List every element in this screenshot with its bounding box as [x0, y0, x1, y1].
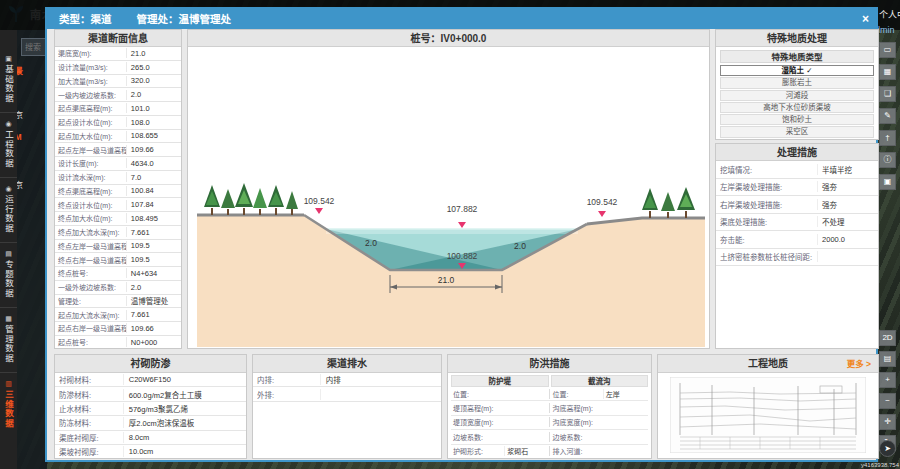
- row-value: 7.661: [127, 228, 181, 237]
- nav-item-label: 管理数据: [3, 325, 15, 363]
- table-row: 止水材料: 576g/m3聚氯乙烯: [55, 402, 246, 416]
- table-row: 起点右岸一级马道高程(m): 109.66: [55, 322, 181, 336]
- sidebar-nav-item[interactable]: ▤ 专题数据: [0, 242, 17, 307]
- dike-row-label: 堤顶宽度(m):: [451, 417, 504, 427]
- geology-type-option[interactable]: 河滩段 ✓: [720, 90, 874, 101]
- map-control-button[interactable]: −: [879, 393, 896, 409]
- row-value: 576g/m3聚氯乙烯: [124, 403, 246, 414]
- map-tool-button[interactable]: ❏: [879, 86, 896, 102]
- table-row: 防渗材料: 600.0g/m2复合土工膜: [55, 387, 246, 401]
- table-row: 终点加大水位(m): 108.495: [55, 212, 181, 226]
- map-control-button[interactable]: +: [879, 372, 896, 388]
- map-control-button[interactable]: ▤: [879, 351, 896, 367]
- sidebar-nav-item[interactable]: ◉ 工程数据: [0, 112, 17, 177]
- map-control-button[interactable]: ✛: [879, 414, 896, 430]
- row-value: 内排: [321, 374, 441, 385]
- table-row: 渠底处理措施: 不处理: [716, 214, 878, 232]
- table-row: 终点渠底高程(m): 100.84: [55, 185, 181, 199]
- table-row: 终点桩号: N4+634: [55, 267, 181, 281]
- map-control-button[interactable]: 2D: [879, 330, 896, 346]
- dike-row-label: 位置:: [451, 389, 504, 399]
- channel-detail-modal: 类型：渠道 管理处：温博管理处 × 渠道断面信息 渠底宽(m): 21.0 设计…: [45, 7, 878, 462]
- row-value: 108.0: [127, 118, 181, 127]
- table-row: 终点加大流水深(m): 7.661: [55, 226, 181, 240]
- layer-panel: [17, 30, 47, 469]
- row-label: 设计流量(m3/s):: [55, 62, 127, 72]
- table-row: 起点设计水位(m): 108.0: [55, 116, 181, 130]
- nav-item-icon: ◉: [5, 185, 11, 193]
- map-tool-button[interactable]: ✎: [879, 108, 896, 124]
- row-label: 左岸渠坡处理措施:: [716, 181, 818, 192]
- table-row: 终点设计水位(m): 107.84: [55, 198, 181, 212]
- ditch-row-label: 沟底高程(m):: [549, 403, 602, 413]
- table-row: 一级外坡边坡系数: 2.0: [55, 281, 181, 295]
- row-value: 强夯: [818, 181, 878, 192]
- row-label: 起点设计水位(m):: [55, 117, 127, 127]
- map-tool-button[interactable]: †: [879, 130, 896, 146]
- geology-type-subtitle: 特殊地质类型: [720, 50, 874, 63]
- cross-section-panel: 桩号：IV0+000.0: [187, 29, 710, 349]
- geology-drawing-container[interactable]: [658, 373, 878, 457]
- row-label: 渠底宽(m):: [55, 48, 127, 58]
- row-value: 强夯: [818, 199, 878, 210]
- row-label: 起点桩号:: [55, 337, 127, 347]
- nav-item-icon: ▣: [5, 55, 12, 63]
- row-label: 内排:: [253, 374, 321, 385]
- geology-type-option[interactable]: 饱和砂土 ✓: [720, 114, 874, 125]
- row-value: 不处理: [818, 216, 878, 227]
- table-row: 起点左岸一级马道高程(m): 109.66: [55, 143, 181, 157]
- row-label: 终点左岸一级马道高程(m):: [55, 241, 127, 251]
- row-value: 2.0: [127, 283, 181, 292]
- map-tool-button[interactable]: ▦: [879, 64, 896, 80]
- personal-center-link[interactable]: 个人中心: [879, 8, 900, 21]
- row-label: 夯击能:: [716, 234, 818, 245]
- sidebar-nav-item[interactable]: ▣ 基础数据: [0, 48, 17, 112]
- map-tool-button[interactable]: ▭: [879, 42, 896, 58]
- bottom-elevation-label: 100.882: [447, 251, 478, 261]
- row-label: 起点渠底高程(m):: [55, 103, 127, 113]
- row-label: 渠坡衬砌厚:: [55, 446, 124, 457]
- row-value: 109.5: [127, 255, 181, 264]
- row-label: 终点桩号:: [55, 268, 127, 278]
- table-row: 位置: 位置: 左岸: [451, 387, 648, 401]
- engineering-geology-title: 工程地质 更多 >: [658, 355, 878, 373]
- row-value: 320.0: [127, 76, 181, 85]
- bottom-width-label: 21.0: [438, 275, 455, 285]
- row-label: 起点加大流水深(m):: [55, 310, 127, 320]
- table-row: 挖填情况: 半填半挖: [716, 161, 878, 179]
- locate-button[interactable]: ➤: [879, 440, 896, 457]
- map-tool-button[interactable]: ⓘ: [879, 152, 896, 168]
- more-link[interactable]: 更多 >: [847, 355, 871, 373]
- table-row: 堤顶高程(m): 沟底高程(m):: [451, 401, 648, 415]
- section-info-panel: 渠道断面信息 渠底宽(m): 21.0 设计流量(m3/s): 265.0 加大…: [54, 29, 182, 349]
- lining-seepage-panel: 衬砌防渗 衬砌材料: C20W6F150 防渗材料: 600.0g/m2复合土工…: [54, 354, 247, 459]
- drainage-panel: 渠道排水 内排: 内排 外排:: [252, 354, 442, 459]
- geology-drawing-thumbnail: [670, 377, 866, 453]
- close-icon[interactable]: ×: [862, 9, 869, 29]
- sidebar-nav-item[interactable]: ◉ 运行数据: [0, 177, 17, 242]
- right-slope-label: 2.0: [514, 241, 526, 251]
- geology-type-option[interactable]: 采空区 ✓: [720, 126, 874, 137]
- geology-type-option[interactable]: 高地下水位砂质渠坡 ✓: [720, 102, 874, 113]
- panel-title-text: 工程地质: [748, 358, 788, 369]
- row-value: 100.84: [127, 186, 181, 195]
- row-value: C20W6F150: [124, 375, 246, 384]
- map-tool-button[interactable]: ▣: [879, 174, 896, 190]
- nav-item-label: 工程数据: [3, 130, 15, 168]
- ditch-row-label: 位置:: [549, 389, 602, 399]
- section-info-title: 渠道断面信息: [55, 30, 181, 47]
- sidebar-nav-item[interactable]: ▥ 三维数据: [0, 372, 17, 437]
- stake-number-title: 桩号：IV0+000.0: [188, 30, 709, 47]
- map-toolbar: ▭▦❏✎†ⓘ▣: [879, 42, 896, 190]
- row-value: 21.0: [127, 49, 181, 58]
- table-row: 渠底衬砌厚: 8.0cm: [55, 431, 246, 445]
- drainage-title: 渠道排水: [253, 355, 441, 373]
- geology-type-option[interactable]: 湿陷土 ✓: [720, 65, 874, 76]
- sidebar-nav-item[interactable]: ▦ 管理数据: [0, 307, 17, 372]
- modal-title-type: 类型：渠道: [59, 13, 112, 25]
- table-row: 堤顶宽度(m): 沟底宽度(m):: [451, 416, 648, 430]
- drainage-table: 内排: 内排 外排:: [253, 373, 441, 402]
- flood-control-panel: 防洪措施 防护堤 截流沟 位置: 位置: 左岸 堤顶高程(m): 沟底高程(m)…: [447, 354, 652, 459]
- geology-type-option[interactable]: 膨胀岩土 ✓: [720, 77, 874, 88]
- row-label: 起点加大水位(m):: [55, 131, 127, 141]
